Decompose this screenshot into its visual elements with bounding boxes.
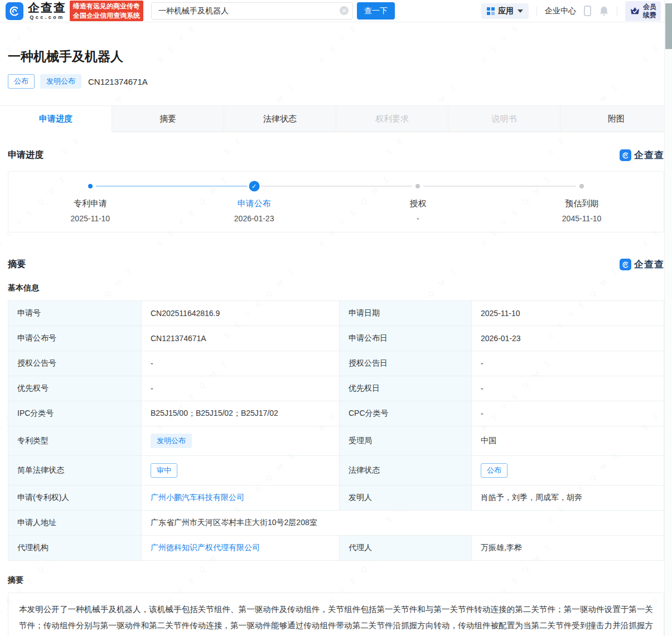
field-value: 发明公布 [142,426,340,456]
field-label: 申请人地址 [8,511,142,536]
qcc-logo[interactable]: 企查查 Qcc.com [6,2,66,20]
table-row: 优先权号 - 优先权日 - [8,376,664,401]
patent-type-badge: 发明公布 [40,74,81,89]
publish-status-badge: 公布 [8,74,35,89]
application-timeline-card: 专利申请 2025-11-10 ✓ 申请公布 2026-01-23 授权 - [8,171,664,232]
field-label: 申请(专利权)人 [8,486,142,511]
field-label: 法律状态 [340,456,472,486]
table-row: 授权公告号 - 授权公告日 - [8,351,664,376]
field-value: 万振雄,李桦 [472,536,664,561]
table-row: 简单法律状态 审中 法律状态 公布 [8,456,664,486]
field-label: 申请号 [8,301,142,326]
header-nav: 应用 企业中心 会员 续费 [481,1,661,21]
step-dot [415,184,420,188]
applicant-company-link[interactable]: 广州小鹏汽车科技有限公司 [151,493,244,502]
summary-section-header: 摘要 企查查 [8,258,664,271]
qcc-logo-icon [6,2,23,20]
simple-legal-status-badge: 审中 [151,463,177,478]
patent-type-badge: 发明公布 [151,434,192,448]
field-value: - [142,376,340,401]
apps-grid-icon [487,7,495,15]
tab-figures[interactable]: 附图 [560,106,672,132]
top-header: 企查查 Qcc.com 缔造有远见的商业传奇 全国企业信用查询系统 ✕ 查一下 … [0,0,672,22]
field-label: 发明人 [340,486,472,511]
qcc-watermark-brand: 企查查 [620,149,664,162]
table-row: 申请人地址 广东省广州市天河区岑村丰庄大街10号2层208室 [8,511,664,536]
basic-info-table: 申请号 CN202511642816.9 申请日期 2025-11-10 申请公… [8,300,664,561]
divider [536,7,537,16]
step-dot [579,184,584,188]
field-value: 公布 [472,456,664,486]
field-label: 授权公告号 [8,351,142,376]
field-label: 授权公告日 [340,351,472,376]
tab-application-progress[interactable]: 申请进度 [0,106,112,132]
table-row: 申请公布号 CN121374671A 申请公布日 2026-01-23 [8,326,664,351]
brand-domain: Qcc.com [30,15,65,20]
field-value: CN121374671A [142,326,340,351]
field-value: - [472,376,664,401]
tab-summary[interactable]: 摘要 [112,106,224,132]
field-label: 专利类型 [8,426,142,456]
search-area: ✕ 查一下 [151,2,395,20]
field-label: 受理局 [340,426,472,456]
qcc-watermark-icon [620,149,631,161]
vip-crown-icon [630,6,640,16]
field-value: 中国 [472,426,664,456]
table-row: 代理机构 广州德科知识产权代理有限公司 代理人 万振雄,李桦 [8,536,664,561]
agency-company-link[interactable]: 广州德科知识产权代理有限公司 [151,543,260,552]
qcc-watermark-text: 企查查 [634,149,664,162]
clear-search-icon[interactable]: ✕ [340,6,349,15]
abstract-title: 摘要 [8,575,664,585]
table-row: 申请(专利权)人 广州小鹏汽车科技有限公司 发明人 肖皓予，刘季，周成军，胡奔 [8,486,664,511]
patent-number: CN121374671A [88,77,148,86]
search-input[interactable] [151,2,353,20]
field-label: 申请公布号 [8,326,142,351]
vip-renew-button[interactable]: 会员 续费 [625,1,661,21]
field-value: - [472,401,664,426]
abstract-text: 本发明公开了一种机械手及机器人，该机械手包括关节组件、第一驱动件及传动组件，关节… [8,593,664,636]
field-label: 申请日期 [340,301,472,326]
field-value: B25J15/00；B25J15/02；B25J17/02 [142,401,340,426]
field-label: 优先权号 [8,376,142,401]
table-row: 申请号 CN202511642816.9 申请日期 2025-11-10 [8,301,664,326]
legal-status-badge: 公布 [481,463,507,478]
notification-bell-icon[interactable] [599,6,609,17]
search-button[interactable]: 查一下 [357,2,395,20]
tab-bar: 申请进度 摘要 法律状态 权利要求 说明书 附图 [0,105,672,132]
progress-section-header: 申请进度 企查查 [8,149,664,162]
tab-claims: 权利要求 [336,106,448,132]
mobile-app-icon[interactable] [584,6,591,16]
brand-slogan: 缔造有远见的商业传奇 全国企业信用查询系统 [70,1,143,22]
summary-section-title: 摘要 [8,259,26,270]
table-row: 专利类型 发明公布 受理局 中国 [8,426,664,456]
apps-menu[interactable]: 应用 [481,3,529,19]
field-label: 优先权日 [340,376,472,401]
page-scrollbar[interactable] [664,0,672,636]
field-value: 广州德科知识产权代理有限公司 [142,536,340,561]
qcc-watermark-icon [620,259,631,270]
progress-section-title: 申请进度 [8,149,43,161]
field-value: 广东省广州市天河区岑村丰庄大街10号2层208室 [142,511,664,536]
field-value: - [472,351,664,376]
scrollbar-thumb[interactable] [665,3,672,49]
field-label: 代理机构 [8,536,142,561]
step-dot [88,184,93,188]
tab-description: 说明书 [448,106,560,132]
main-content: 一种机械手及机器人 公布 发明公布 CN121374671A 申请进度 摘要 法… [0,48,672,636]
timeline-step-publication: ✓ 申请公布 2026-01-23 [172,181,336,223]
field-value: - [142,351,340,376]
brand-name: 企查查 [28,2,66,13]
check-icon: ✓ [249,181,259,191]
timeline-steps: 专利申请 2025-11-10 ✓ 申请公布 2026-01-23 授权 - [8,181,664,223]
field-label: 简单法律状态 [8,456,142,486]
table-row: IPC分类号 B25J15/00；B25J15/02；B25J17/02 CPC… [8,401,664,426]
tab-legal-status[interactable]: 法律状态 [224,106,336,132]
enterprise-center-link[interactable]: 企业中心 [545,6,576,16]
qcc-watermark-text: 企查查 [634,258,664,271]
field-value: 广州小鹏汽车科技有限公司 [142,486,340,511]
apps-label: 应用 [498,6,514,16]
field-label: IPC分类号 [8,401,142,426]
basic-info-title: 基本信息 [8,283,664,293]
field-value: CN202511642816.9 [142,301,340,326]
field-value: 2026-01-23 [472,326,664,351]
